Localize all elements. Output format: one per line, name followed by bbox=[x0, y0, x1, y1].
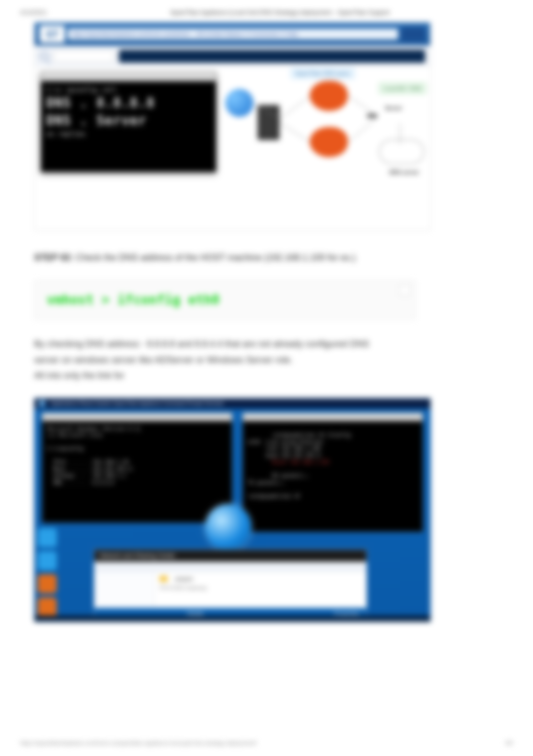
svg-line-2 bbox=[280, 123, 311, 142]
term-line: RX packets:… TX packets:… root@spamtitan… bbox=[248, 473, 308, 499]
file-name: adapter bbox=[175, 576, 193, 582]
svg-line-1 bbox=[280, 96, 311, 119]
desktop-icons bbox=[38, 528, 61, 622]
browser-titlebar: ST https://spamtitanhelpdesk.com/hc/en-u… bbox=[35, 23, 430, 46]
terminal-left: Microsoft Windows [Version 6.1] (c) Micr… bbox=[42, 413, 232, 523]
window-titlebar: Network and Sharing Center bbox=[94, 550, 366, 562]
doc-date: 4/14/2021 bbox=[20, 9, 47, 16]
para-line: All into only the link for bbox=[34, 368, 385, 384]
body-paragraph: By checking DNS address - 8.8.8.8 and 8.… bbox=[34, 336, 385, 384]
app-icon[interactable] bbox=[38, 597, 57, 616]
terminal-window: C:\> ipconfig /all DNS . 8.8.8.8 DNS . S… bbox=[41, 72, 216, 172]
step-text: Check the DNS address of the HOST machin… bbox=[76, 253, 356, 263]
app-icon[interactable] bbox=[38, 528, 57, 547]
taskbar-items[interactable]: Applications Places System SpamTitan App… bbox=[51, 401, 223, 406]
doc-header: 4/14/2021 SpamTitan Appliance (Local Gri… bbox=[20, 9, 513, 16]
terminal-output: root@spamtitan:~# ifconfig eth0 Link enc… bbox=[243, 421, 423, 511]
windows-orb-icon[interactable] bbox=[205, 504, 251, 550]
code-block: vmhost > ifconfig eth0 bbox=[34, 280, 416, 319]
search-input[interactable] bbox=[54, 50, 114, 62]
list-header: IPv4 DNS Gateway bbox=[160, 585, 361, 591]
footer-page: 4/5 bbox=[505, 740, 513, 746]
explorer-window: Network and Sharing Center adapter IPv4 … bbox=[94, 549, 367, 619]
network-diagram: ▸▸ Server DNS server SpamTitan DNS query… bbox=[225, 69, 426, 184]
folder-icon bbox=[160, 576, 168, 582]
diagram-lines bbox=[225, 69, 426, 184]
browser-url: https://spamtitanhelpdesk.com/hc/en-us/a… bbox=[68, 29, 398, 40]
step-label: STEP 02: bbox=[34, 253, 73, 263]
app-icon[interactable] bbox=[38, 551, 57, 570]
browser-button[interactable] bbox=[401, 27, 425, 41]
list-item[interactable]: adapter bbox=[160, 576, 361, 582]
search-icon bbox=[40, 52, 49, 61]
doc-footer: https://spamtitanhelpdesk.com/hc/en-us/s… bbox=[20, 740, 513, 746]
term-line: root@spamtitan:~# ifconfig eth0 Link enc… bbox=[248, 432, 351, 458]
code-command: vmhost > ifconfig eth0 bbox=[47, 292, 219, 307]
footer-url: https://spamtitanhelpdesk.com/hc/en-us/s… bbox=[20, 740, 256, 746]
terminal-titlebar bbox=[42, 413, 232, 421]
browser-toolbar bbox=[35, 46, 430, 67]
terminal-titlebar bbox=[41, 72, 216, 81]
screenshot-desktop: Applications Places System SpamTitan App… bbox=[34, 398, 431, 622]
terminal-line: C:\> ipconfig /all bbox=[46, 85, 211, 94]
taskbar: Applications Places System SpamTitan App… bbox=[35, 399, 430, 409]
terminal-titlebar bbox=[243, 413, 423, 421]
screenshot-browser-diagram: ST https://spamtitanhelpdesk.com/hc/en-u… bbox=[34, 22, 431, 230]
terminal-right: root@spamtitan:~# ifconfig eth0 Link enc… bbox=[242, 413, 423, 532]
para-line: server on windows server like ADServer o… bbox=[34, 352, 385, 368]
svg-line-3 bbox=[348, 96, 376, 115]
window-menu[interactable] bbox=[94, 562, 366, 572]
desktop-bottombar bbox=[35, 615, 430, 621]
site-logo: ST bbox=[40, 26, 65, 43]
terminal-output: Microsoft Windows [Version 6.1] (c) Micr… bbox=[42, 421, 232, 490]
nav-menu-bar[interactable] bbox=[119, 50, 425, 63]
para-line: By checking DNS address - 8.8.8.8 and 8.… bbox=[34, 336, 385, 352]
term-line-error: Bcast 192.168.1.255 bbox=[272, 459, 329, 465]
page-content: ST https://spamtitanhelpdesk.com/hc/en-u… bbox=[34, 22, 431, 622]
terminal-line-big: DNS . Server bbox=[46, 112, 211, 130]
doc-title: SpamTitan Appliance (Local Grid DNS Stra… bbox=[47, 9, 513, 16]
terminal-line: no replies bbox=[46, 130, 211, 139]
step-heading: STEP 02: Check the DNS address of the HO… bbox=[34, 253, 431, 263]
terminal-line-big: DNS . 8.8.8.8 bbox=[46, 94, 211, 112]
start-icon[interactable] bbox=[39, 400, 46, 407]
svg-line-0 bbox=[253, 103, 281, 119]
copy-icon[interactable] bbox=[399, 285, 410, 296]
svg-line-4 bbox=[348, 119, 376, 142]
app-icon[interactable] bbox=[38, 574, 57, 593]
